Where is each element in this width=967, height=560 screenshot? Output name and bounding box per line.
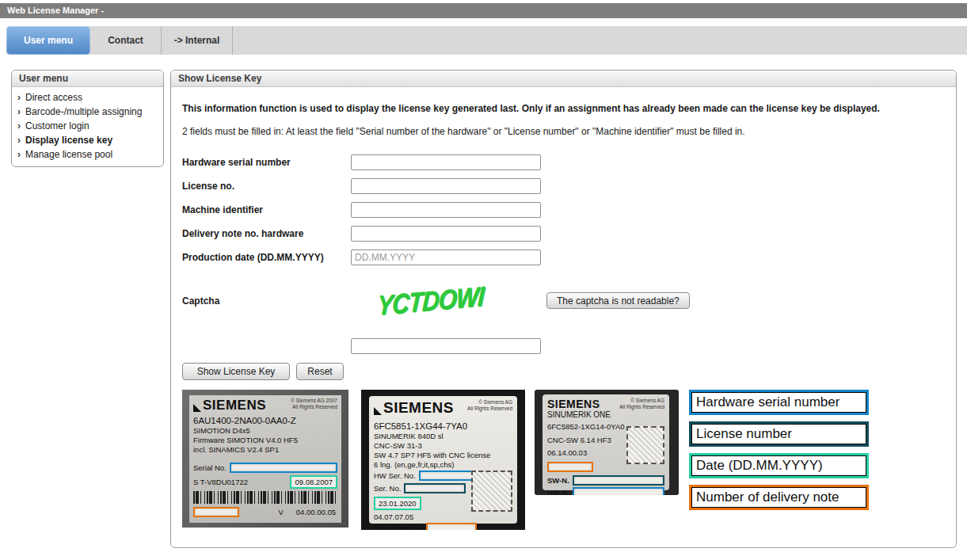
sidebar-item-label: Direct access (25, 92, 82, 103)
machine-identifier-label: Machine identifier (182, 204, 351, 215)
sidebar-item-customer-login[interactable]: › Customer login (12, 119, 163, 133)
chevron-right-icon: › (17, 107, 21, 116)
legend-label: Date (DD.MM.YYYY) (691, 455, 866, 476)
sidebar-item-label: Customer login (25, 120, 89, 131)
captcha-label: Captcha (182, 276, 351, 326)
version-value: 04.00.00.05 (296, 508, 336, 516)
legend-date: Date (DD.MM.YYYY) (689, 453, 869, 478)
barcode (193, 491, 337, 504)
captcha-row: Captcha YCTDOWI The captcha is not reada… (182, 276, 945, 326)
hardware-serial-number-label: Hardware serial number (182, 157, 351, 168)
chevron-right-icon: › (17, 93, 21, 102)
intro-text: 2 fields must be filled in: At least the… (182, 126, 945, 137)
hardware-label-photo-simotion: SIEMENS © Siemens AG 2007 All Rights Res… (182, 390, 348, 528)
sidebar-item-display-license-key[interactable]: › Display license key (12, 133, 163, 147)
captcha-not-readable-button[interactable]: The captcha is not readable? (546, 292, 690, 309)
license-no-label: License no. (182, 181, 351, 192)
chevron-right-icon: › (17, 150, 21, 159)
copyright-line: © Siemens AG 2007 (291, 398, 337, 404)
incl-line: incl. SINAMICS V2.4 SP1 (193, 445, 337, 454)
hardware-label-photo-sinumerik-840d: SIEMENS © Siemens AG All Rights Reserved… (361, 390, 525, 530)
copyright-line: © Siemens AG (619, 398, 664, 404)
form-actions: Show License Key Reset (182, 363, 945, 380)
legend-delivery-note-number: Number of delivery note (689, 485, 869, 510)
copyright-text: © Siemens AG 2007 All Rights Reserved (291, 398, 337, 410)
date-value: 23.01.2020 (379, 499, 417, 508)
license-code: S T-V8DU01722 (193, 478, 248, 486)
rights-line: All Rights Reserved (619, 404, 664, 410)
legend-label: License number (691, 424, 866, 444)
tab-user-menu[interactable]: User menu (6, 26, 90, 55)
sidebar-item-direct-access[interactable]: › Direct access (12, 90, 163, 105)
production-date-label: Production date (DD.MM.YYYY) (182, 252, 351, 263)
hardware-label-photo-sinumerik-one: SIEMENS © Siemens AG All Rights Reserved… (535, 390, 679, 495)
color-legend: Hardware serial number License number Da… (689, 390, 869, 516)
main-panel: Show License Key This information functi… (170, 70, 957, 548)
brand-text: SIEMENS (203, 398, 266, 413)
captcha-input[interactable] (351, 338, 541, 354)
sinumerik-840d-label: SIEMENS © Siemens AG All Rights Reserved… (369, 396, 517, 524)
disp-note-label: Disp. Note No (374, 524, 423, 530)
show-license-key-button[interactable]: Show License Key (182, 363, 290, 380)
product-line: SIMOTION D4x5 (193, 426, 337, 435)
reset-button[interactable]: Reset (296, 363, 344, 380)
form-row-hardware-serial: Hardware serial number (182, 154, 945, 170)
intro-bold-text: This information function is used to dis… (182, 103, 945, 114)
label-header: SIEMENS © Siemens AG 2007 All Rights Res… (193, 398, 337, 413)
product-line: SINUMERIK ONE (547, 410, 664, 419)
license-key-form: Hardware serial number License no. Machi… (182, 154, 945, 380)
legend-label: Hardware serial number (691, 392, 866, 413)
sidebar-title: User menu (12, 70, 163, 87)
cnc-sw-line: CNC-SW 31-3 (374, 441, 512, 450)
legend-license-number: License number (689, 421, 869, 447)
sw-number-row: SW-N. (547, 475, 664, 486)
legend-hardware-serial-number: Hardware serial number (689, 390, 869, 415)
page-title: Show License Key (171, 70, 956, 87)
redacted-license-number-chip (573, 475, 664, 486)
disp-note-row: Disp. Note No (374, 523, 512, 530)
machine-identifier-field[interactable] (351, 202, 541, 218)
data-matrix-code (626, 426, 664, 464)
window-title-bar: Web License Manager - (0, 3, 967, 18)
captcha-image: YCTDOWI (351, 276, 509, 326)
simotion-label: SIEMENS © Siemens AG 2007 All Rights Res… (189, 395, 341, 523)
mlfb-number: 6FC5851-1XG44-7YA0 (374, 421, 512, 431)
brand-text: SIEMENS (383, 399, 454, 417)
tab-contact[interactable]: Contact (90, 26, 162, 55)
form-row-license-no: License no. (182, 178, 945, 194)
redacted-hardware-serial-chip (573, 487, 664, 495)
product-line: SINUMERIK 840D sl (374, 432, 512, 440)
redacted-hardware-serial-chip (230, 463, 337, 473)
redacted-license-number-chip (404, 483, 466, 493)
sidebar-item-barcode-multiple-assigning[interactable]: › Barcode-/multiple assigning (12, 105, 163, 119)
copyright-text: © Siemens AG All Rights Reserved (467, 399, 512, 412)
chevron-right-icon: › (17, 121, 21, 131)
rights-line: All Rights Reserved (467, 406, 512, 412)
siemens-logo: SIEMENS (374, 399, 454, 417)
languages-line: 6 lng. (en,ge,fr,it,sp,chs) (374, 460, 512, 469)
code-date-row: S T-V8DU01722 09.08.2007 (193, 475, 337, 489)
captcha-text: YCTDOWI (376, 280, 484, 321)
license-no-field[interactable] (351, 178, 541, 194)
window-title: Web License Manager - (7, 6, 104, 15)
sw-number-label: SW-N. (547, 476, 569, 485)
captcha-input-row (351, 338, 945, 354)
label-header: SIEMENS © Siemens AG All Rights Reserved (374, 399, 512, 417)
sidebar-menu: › Direct access › Barcode-/multiple assi… (12, 90, 163, 162)
hardware-serial-number-field[interactable] (351, 154, 541, 170)
sinumerik-one-label: SIEMENS © Siemens AG All Rights Reserved… (543, 394, 669, 490)
form-row-production-date: Production date (DD.MM.YYYY) (182, 250, 945, 265)
sidebar: User menu › Direct access › Barcode-/mul… (11, 70, 164, 167)
serial-label: Ser. No. (374, 484, 401, 493)
copyright-line: © Siemens AG (467, 399, 512, 406)
sidebar-item-label: Display license key (25, 135, 112, 146)
form-row-delivery-note: Delivery note no. hardware (182, 226, 945, 242)
redacted-delivery-note-chip (547, 462, 593, 472)
delivery-note-no-field[interactable] (351, 226, 541, 242)
tab-internal[interactable]: -> Internal (162, 26, 233, 55)
serial-label: Serial No. (193, 463, 227, 472)
redacted-delivery-note-chip (193, 507, 239, 517)
siemens-logo: SIEMENS (193, 398, 266, 413)
production-date-field[interactable] (351, 250, 541, 265)
sidebar-item-manage-license-pool[interactable]: › Manage license pool (12, 147, 163, 162)
